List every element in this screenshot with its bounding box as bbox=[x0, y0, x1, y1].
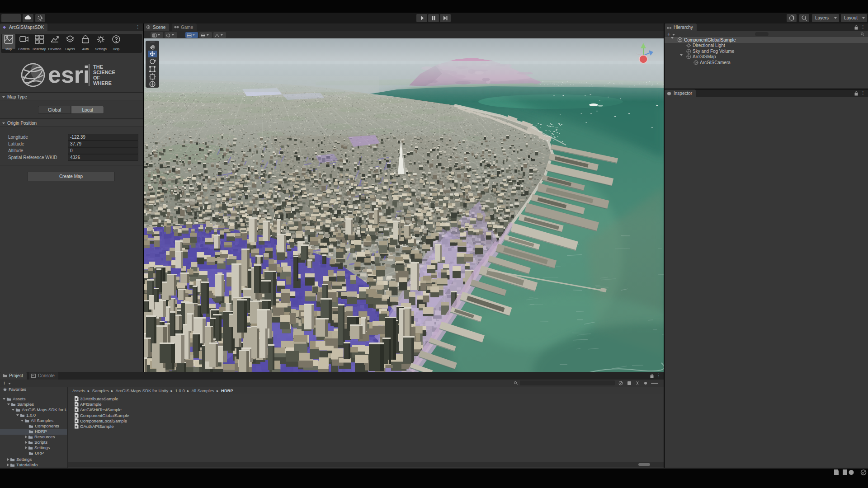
svg-text:SCIENCE: SCIENCE bbox=[93, 70, 115, 75]
svg-text:THE: THE bbox=[93, 64, 103, 70]
svg-text:WHERE: WHERE bbox=[93, 80, 112, 86]
svg-text:Auth: Auth bbox=[82, 47, 89, 51]
svg-text:Layers: Layers bbox=[65, 47, 75, 51]
svg-text:Help: Help bbox=[113, 47, 120, 51]
svg-text:Camera: Camera bbox=[19, 47, 30, 51]
svg-text:Basemap: Basemap bbox=[33, 47, 46, 51]
svg-text:Elevation: Elevation bbox=[48, 47, 61, 51]
svg-text:OF: OF bbox=[93, 75, 100, 80]
svg-text:Map: Map bbox=[5, 47, 12, 51]
svg-text:esri: esri bbox=[48, 61, 90, 88]
svg-text:Settings: Settings bbox=[95, 47, 107, 51]
